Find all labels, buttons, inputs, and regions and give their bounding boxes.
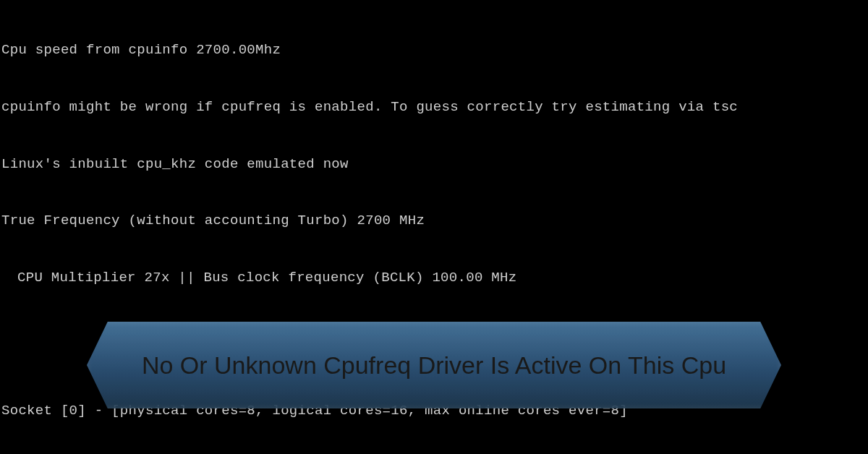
banner-overlay: No Or Unknown Cpufreq Driver Is Active O… [87, 322, 781, 408]
line-cpuinfo-warning: cpuinfo might be wrong if cpufreq is ena… [1, 98, 867, 116]
line-true-freq: True Frequency (without accounting Turbo… [1, 211, 867, 230]
line-multiplier: CPU Multiplier 27x || Bus clock frequenc… [1, 268, 867, 287]
banner-text: No Or Unknown Cpufreq Driver Is Active O… [142, 346, 726, 385]
line-linux-emulated: Linux's inbuilt cpu_khz code emulated no… [1, 155, 867, 174]
line-cpuspeed: Cpu speed from cpuinfo 2700.00Mhz [1, 40, 867, 59]
